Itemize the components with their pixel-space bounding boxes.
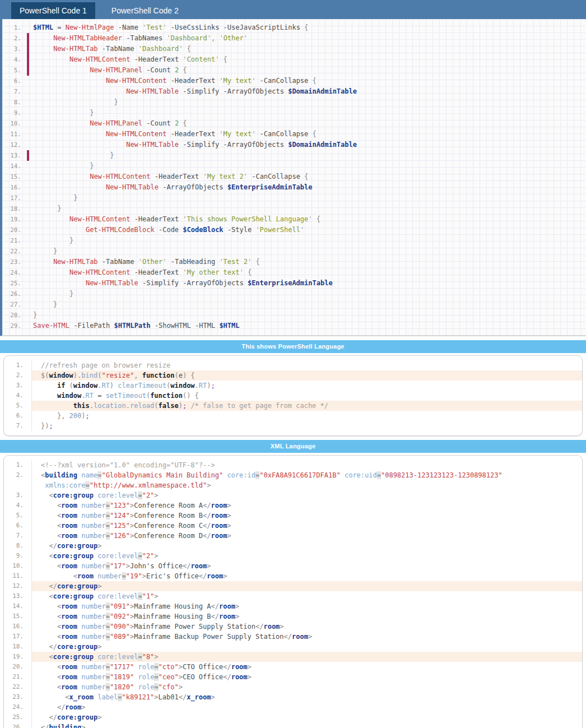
line-number: 21. — [4, 672, 32, 682]
tab-powershell-code-2[interactable]: PowerShell Code 2 — [103, 2, 187, 19]
code-text: } — [33, 193, 586, 203]
line-number: 17. — [4, 632, 32, 642]
code-text: New-HTMLContent -HeaderText 'My text' -C… — [33, 76, 586, 86]
line-number: 5. — [2, 65, 21, 76]
code-text: <core:group core:level="2"> — [32, 551, 582, 561]
code-text: <room number="092">Mainframe Housing B</… — [32, 611, 582, 622]
code-text: } — [33, 310, 586, 321]
line-number: 12. — [4, 581, 32, 591]
code-line: 24. </room> — [4, 702, 582, 712]
line-number: 11. — [4, 571, 32, 581]
line-number: 12. — [2, 140, 21, 150]
line-number: 23. — [4, 692, 32, 702]
code-line: 9. } — [2, 108, 586, 118]
code-line: 23. <x_room label="k89121">Lab01</x_room… — [4, 692, 582, 702]
code-line: 5. New-HTMLPanel -Count 2 { — [2, 65, 586, 76]
code-block-javascript: 1.//refresh page on browser resize2.$(wi… — [3, 355, 583, 436]
code-text: New-HTMLContent -HeaderText 'My text 2' … — [33, 171, 586, 182]
code-text: </room> — [32, 702, 582, 712]
code-line: 26. } — [2, 289, 586, 299]
code-line: 2. New-HTMLTabHeader -TabNames 'Dashboar… — [2, 33, 586, 44]
code-text: <room number="091">Mainframe Housing A</… — [32, 601, 582, 611]
line-number: 15. — [2, 171, 21, 182]
code-text: New-HTMLTable -ArrayOfObjects $Enterpris… — [33, 182, 586, 193]
line-number: 15. — [4, 611, 32, 622]
line-number: 5. — [4, 401, 32, 411]
code-text: New-HTMLContent -HeaderText 'Content' { — [33, 54, 586, 65]
line-number: 24. — [2, 267, 21, 278]
code-line: 3. New-HTMLTab -TabName 'Dashboard' { — [2, 44, 586, 54]
code-text: New-HTMLTable -Simplify -ArrayOfObjects … — [33, 140, 586, 150]
section-header-powershell-language: This shows PowerShell Language — [0, 340, 586, 353]
code-line: 27. } — [2, 299, 586, 310]
code-block-xml: 1.<!--?xml version="1.0" encoding="UTF-8… — [3, 455, 583, 728]
code-text: New-HTMLTabHeader -TabNames 'Dashboard',… — [33, 33, 586, 44]
line-number: 5. — [4, 511, 32, 521]
line-number: 8. — [2, 97, 21, 108]
code-text: <room number="125">Conference Room C</ro… — [32, 521, 582, 531]
code-text: } — [33, 289, 586, 299]
code-text: } — [33, 235, 586, 246]
code-line: 23. New-HTMLTab -TabName 'Other' -TabHea… — [2, 257, 586, 267]
code-line: 25. </core:group> — [4, 712, 582, 722]
code-line: 1.$HTML = New-HtmlPage -Name 'Test' -Use… — [2, 22, 586, 33]
line-number: 4. — [2, 54, 21, 65]
line-number: 3. — [2, 44, 21, 54]
code-text: <room number="17">John's Office</room> — [32, 561, 582, 571]
code-line: 1.<!--?xml version="1.0" encoding="UTF-8… — [4, 460, 582, 470]
code-text: //refresh page on browser resize — [32, 360, 582, 370]
line-number: 6. — [2, 76, 21, 86]
line-number: 2. — [4, 370, 32, 381]
line-number: 23. — [2, 257, 21, 267]
code-line: 12. New-HTMLTable -Simplify -ArrayOfObje… — [2, 140, 586, 150]
code-line: 16. <room number="090">Mainframe Power S… — [4, 622, 582, 632]
code-line: 26.</building> — [4, 722, 582, 728]
code-text: if (window.RT) clearTimeout(window.RT); — [32, 381, 582, 391]
code-text: <room number="1819" role="ceo">CEO Offic… — [32, 672, 582, 682]
line-number: 2. — [4, 470, 32, 480]
line-number: 13. — [4, 591, 32, 601]
code-line: 22. } — [2, 246, 586, 257]
code-line: 15. New-HTMLContent -HeaderText 'My text… — [2, 171, 586, 182]
code-line: 7. New-HTMLTable -Simplify -ArrayOfObjec… — [2, 86, 586, 97]
code-text: <room number="126">Conference Room D</ro… — [32, 531, 582, 541]
code-text: window.RT = setTimeout(function() { — [32, 391, 582, 401]
line-number: 11. — [2, 129, 21, 140]
code-line: 7.}); — [4, 421, 582, 431]
code-text: <x_room label="k89121">Lab01</x_room> — [32, 692, 582, 702]
section-header-xml-language: XML Language — [0, 440, 586, 453]
code-line: 8. } — [2, 97, 586, 108]
line-number: 20. — [4, 662, 32, 672]
code-text: New-HTMLPanel -Count 2 { — [33, 65, 586, 76]
code-line: 6. New-HTMLContent -HeaderText 'My text'… — [2, 76, 586, 86]
code-line: 24. New-HTMLContent -HeaderText 'My othe… — [2, 267, 586, 278]
code-line: 10. New-HTMLPanel -Count 2 { — [2, 118, 586, 129]
code-text: </building> — [32, 722, 582, 728]
code-text: <core:group core:level="1"> — [32, 591, 582, 601]
line-number: 14. — [4, 601, 32, 611]
code-line: 12. </core:group> — [4, 581, 582, 591]
line-number: 1. — [2, 22, 21, 33]
line-number: 26. — [4, 722, 32, 728]
code-line: 1.//refresh page on browser resize — [4, 360, 582, 370]
code-line: 19. New-HTMLContent -HeaderText 'This sh… — [2, 214, 586, 225]
code-text: New-HTMLTable -Simplify -ArrayOfObjects … — [33, 86, 586, 97]
code-line: 11. <room number="19">Eric's Office</roo… — [4, 571, 582, 581]
code-text: $(window).bind("resize", function(e) { — [32, 370, 582, 381]
line-number: 18. — [2, 203, 21, 214]
code-text: <room number="089">Mainframe Backup Powe… — [32, 632, 582, 642]
code-line: 3. <core:group core:level="2"> — [4, 490, 582, 500]
code-text: New-HTMLTable -Simplify -ArrayOfObjects … — [33, 278, 586, 289]
line-number: 6. — [4, 521, 32, 531]
code-text: <building name="GlobalDynamics Main Buil… — [32, 470, 582, 480]
tab-powershell-code-1[interactable]: PowerShell Code 1 — [11, 2, 95, 19]
code-text: <room number="123">Conference Room A</ro… — [32, 500, 582, 511]
code-text: New-HTMLTab -TabName 'Other' -TabHeading… — [33, 257, 586, 267]
code-line: 10. <room number="17">John's Office</roo… — [4, 561, 582, 571]
code-text: </core:group> — [32, 581, 582, 591]
line-number: 19. — [2, 214, 21, 225]
line-number: 3. — [4, 490, 32, 500]
code-line: 22. <room number="1820" role="cfo"> — [4, 682, 582, 692]
line-number: 7. — [4, 531, 32, 541]
code-line: 5. this.location.reload(false); /* false… — [4, 401, 582, 411]
